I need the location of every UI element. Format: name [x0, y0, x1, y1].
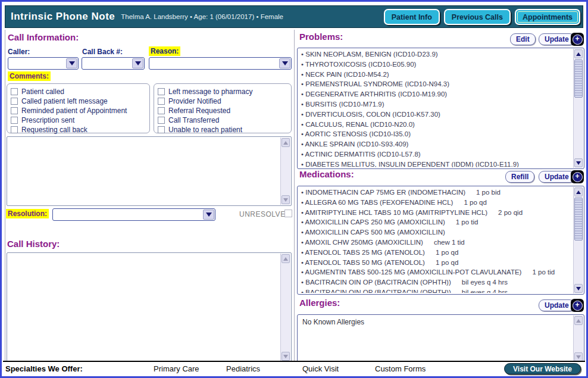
medication-sig: 1 po tid — [456, 218, 478, 226]
problem-item[interactable]: THYROTOXICOSIS (ICD10-E05.90) — [301, 60, 572, 70]
chevron-down-icon — [69, 61, 75, 65]
previous-calls-button[interactable]: Previous Calls — [444, 9, 511, 25]
scroll-down-icon[interactable] — [282, 195, 290, 204]
comment-option-label: Referral Requested — [168, 107, 230, 115]
visit-website-button[interactable]: Visit Our Website — [504, 363, 581, 374]
medication-item[interactable]: AMOXICILLIN CAPS 250 MG (AMOXICILLIN)1 p… — [301, 217, 572, 227]
comment-checkbox[interactable] — [11, 126, 18, 133]
comments-label: Comments: — [8, 71, 51, 81]
patient-info-button[interactable]: Patient Info — [384, 9, 440, 25]
comment-checkbox[interactable] — [158, 88, 165, 95]
scroll-up-icon[interactable] — [282, 138, 290, 147]
medications-heading: Medications: — [299, 169, 354, 179]
caller-select[interactable] — [8, 57, 79, 70]
medication-sig: 1 po bid — [476, 189, 501, 196]
comment-checkbox[interactable] — [11, 98, 18, 105]
medication-item[interactable]: AUGMENTIN TABS 500-125 MG (AMOXICILLIN-P… — [301, 267, 572, 277]
medication-name: AMOXICILLIN CAPS 250 MG (AMOXICILLIN) — [305, 218, 445, 226]
specialty-pediatrics: Pediatrics — [226, 364, 260, 373]
comment-checkbox[interactable] — [11, 107, 18, 114]
medication-item[interactable]: ATENOLOL TABS 25 MG (ATENOLOL)1 po qd — [301, 248, 572, 258]
reason-dropdown-button[interactable] — [279, 58, 290, 68]
medications-list: INDOMETHACIN CAP 75MG ER (INDOMETHACIN)1… — [297, 186, 584, 295]
resolution-dropdown-button[interactable] — [203, 210, 214, 220]
medications-update-button[interactable]: Update — [539, 171, 575, 183]
specialty-quick-visit: Quick Visit — [302, 364, 339, 373]
problem-item[interactable]: CALCULUS, RENAL (ICD10-N20.0) — [301, 120, 572, 130]
medications-add-button[interactable]: + — [571, 170, 584, 183]
medication-item[interactable]: BACITRACIN OIN OP (BACITRACIN (OPHTH))bi… — [301, 288, 572, 293]
chevron-down-icon — [282, 61, 288, 65]
medication-item[interactable]: INDOMETHACIN CAP 75MG ER (INDOMETHACIN)1… — [301, 188, 572, 198]
callback-dropdown-button[interactable] — [132, 58, 143, 68]
problem-item[interactable]: DIVERTICULOSIS, COLON (ICD10-K57.30) — [301, 110, 572, 120]
scroll-down-icon[interactable] — [574, 284, 583, 293]
comment-option-row: Referral Requested — [158, 106, 291, 115]
medications-scrollbar[interactable] — [573, 187, 583, 293]
problem-item[interactable]: NECK PAIN (ICD10-M54.2) — [301, 70, 572, 80]
patient-summary: Thelma A. Landsberry • Age: 1 (06/01/201… — [121, 13, 283, 20]
scrollbar-thumb[interactable] — [574, 198, 583, 240]
comment-checkbox[interactable] — [158, 98, 165, 105]
medication-name: ALLEGRA 60 MG TABS (FEXOFENADINE HCL) — [305, 199, 453, 206]
problem-item[interactable]: SKIN NEOPLASM, BENIGN (ICD10-D23.9) — [301, 49, 572, 60]
scroll-down-icon[interactable] — [574, 158, 583, 167]
comment-checkbox[interactable] — [11, 88, 18, 95]
problems-scrollbar[interactable] — [573, 49, 583, 168]
reason-label: Reason: — [149, 46, 180, 56]
callback-select[interactable] — [82, 57, 145, 70]
problem-item[interactable]: AORTIC STENOSIS (ICD10-I35.0) — [301, 129, 572, 139]
problem-item[interactable]: ACTINIC DERMATITIS (ICD10-L57.8) — [301, 149, 572, 160]
call-history-textarea[interactable] — [7, 252, 292, 363]
comment-option-row: Patient called — [11, 87, 149, 96]
medication-item[interactable]: ATENOLOL TABS 50 MG (ATENOLOL)1 po qd — [301, 258, 572, 268]
problem-item[interactable]: DEGENERATIVE ARTHRITIS (ICD10-M19.90) — [301, 89, 572, 99]
scroll-up-icon[interactable] — [574, 316, 583, 325]
reason-select[interactable] — [149, 57, 292, 70]
allergies-update-button[interactable]: Update — [539, 299, 575, 311]
allergies-text: No Known Allergies — [298, 315, 584, 329]
comment-checkbox[interactable] — [158, 107, 165, 114]
resolution-select[interactable] — [52, 208, 215, 221]
comments-textarea[interactable] — [7, 136, 292, 206]
caller-dropdown-button[interactable] — [66, 58, 77, 68]
problems-heading: Problems: — [299, 32, 343, 42]
medication-item[interactable]: BACITRACIN OIN OP (BACITRACIN (OPHTH))bi… — [301, 277, 572, 288]
scroll-up-icon[interactable] — [574, 188, 583, 196]
scrollbar-thumb[interactable] — [574, 60, 583, 98]
problem-item[interactable]: PREMENSTRUAL SYNDROME (ICD10-N94.3) — [301, 79, 572, 89]
scroll-down-icon[interactable] — [282, 352, 290, 361]
allergies-add-button[interactable]: + — [571, 299, 584, 312]
scroll-down-icon[interactable] — [574, 352, 583, 361]
problem-item[interactable]: DIABETES MELLITUS, INSULIN DEPENDENT (ID… — [301, 160, 572, 167]
medication-sig: bil eyes q 4 hrs — [462, 289, 508, 293]
problems-edit-button[interactable]: Edit — [510, 33, 536, 45]
comment-option-label: Patient called — [21, 88, 64, 96]
call-history-scrollbar[interactable] — [280, 254, 290, 361]
comment-option-label: Left message to pharmacy — [168, 88, 252, 96]
resolution-label: Resolution: — [6, 209, 49, 218]
comment-checkbox[interactable] — [158, 117, 165, 124]
problem-item[interactable]: ANKLE SPRAIN (ICD10-S93.409) — [301, 139, 572, 149]
comment-checkbox[interactable] — [158, 126, 165, 133]
comment-option-row: Provider Notified — [158, 96, 291, 106]
comments-scrollbar[interactable] — [280, 138, 290, 205]
medication-item[interactable]: AMITRIPTYLINE HCL TABS 10 MG (AMITRIPTYL… — [301, 208, 572, 218]
scroll-up-icon[interactable] — [574, 49, 583, 58]
problems-update-button[interactable]: Update — [539, 33, 575, 45]
medication-item[interactable]: ALLEGRA 60 MG TABS (FEXOFENADINE HCL)1 p… — [301, 198, 572, 208]
problem-item[interactable]: BURSITIS (ICD10-M71.9) — [301, 99, 572, 110]
medication-item[interactable]: AMOXIL CHW 250MG (AMOXICILLIN)chew 1 tid — [301, 238, 572, 248]
medications-refill-button[interactable]: Refill — [505, 171, 534, 183]
scroll-up-icon[interactable] — [282, 254, 290, 263]
appointments-button[interactable]: Appointments — [515, 9, 580, 25]
medication-item[interactable]: AMOXICILLIN CAPS 500 MG (AMOXICILLIN) — [301, 227, 572, 238]
titlebar-buttons: Patient Info Previous Calls Appointments — [384, 9, 580, 25]
unresolved-checkbox[interactable] — [284, 210, 292, 217]
comment-checkbox[interactable] — [11, 117, 18, 124]
problems-list: SKIN NEOPLASM, BENIGN (ICD10-D23.9) THYR… — [297, 48, 584, 169]
footer-bar: Specialties We Offer: Primary Care Pedia… — [3, 361, 585, 374]
problems-add-button[interactable]: + — [571, 33, 584, 46]
comment-option-label: Unable to reach patient — [168, 126, 242, 134]
allergies-scrollbar[interactable] — [573, 315, 583, 362]
